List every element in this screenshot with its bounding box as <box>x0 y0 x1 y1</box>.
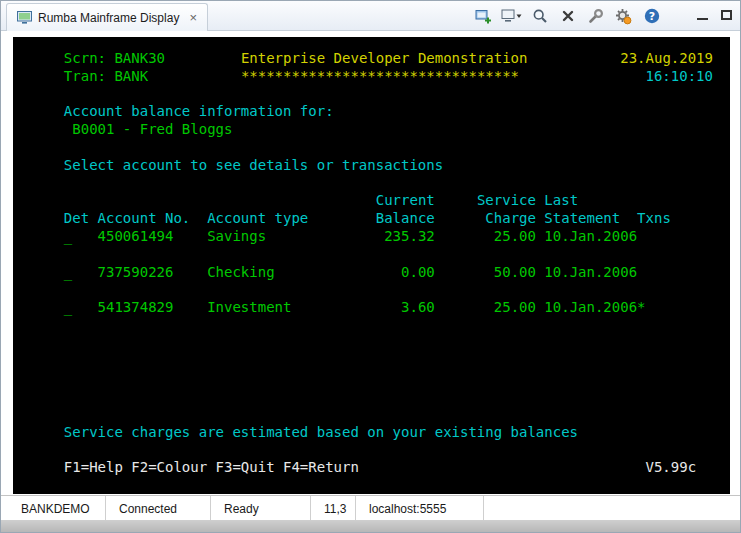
function-key-hints: F1=Help F2=Colour F3=Quit F4=Return <box>64 460 359 475</box>
account-select-field[interactable]: _ <box>64 300 72 315</box>
terminal-text: 10.Jan.2006 <box>544 265 637 280</box>
status-cursor-position: 11,3 <box>311 496 356 522</box>
terminal-text: 3.60 <box>401 300 435 315</box>
status-connection-state: Connected <box>106 496 211 522</box>
terminal-text: 541374829 <box>98 300 174 315</box>
terminal-text: Charge <box>485 211 536 226</box>
terminal-text: Scrn: BANK30 <box>64 51 165 66</box>
help-icon: ? <box>644 8 660 24</box>
tools-icon <box>588 8 604 24</box>
terminal-text: Txns <box>637 211 671 226</box>
terminal-text: 10.Jan.2006 <box>544 300 637 315</box>
terminal-text: Statement <box>544 211 620 226</box>
tools-button[interactable] <box>585 6 606 27</box>
terminal-text: Det <box>64 211 89 226</box>
terminal-text: 25.00 <box>494 300 536 315</box>
tab-title: Rumba Mainframe Display <box>38 11 179 25</box>
terminal-text: Enterprise Developer Demonstration <box>241 51 528 66</box>
window-bottom-edge <box>1 520 741 532</box>
terminal-text: 450061494 <box>98 229 174 244</box>
close-icon <box>561 9 575 23</box>
version-label: V5.99c <box>646 460 697 475</box>
terminal-text: ********************************* <box>241 69 519 84</box>
display-icon <box>17 11 32 24</box>
terminal-text: 235.32 <box>384 229 435 244</box>
status-ready-state: Ready <box>211 496 311 522</box>
svg-text:?: ? <box>648 10 654 23</box>
help-button[interactable]: ? <box>641 6 662 27</box>
terminal-text: Savings <box>207 229 266 244</box>
terminal-text: 25.00 <box>494 229 536 244</box>
tab-rumba-mainframe-display[interactable]: Rumba Mainframe Display × <box>6 3 208 31</box>
terminal-text: Service charges are estimated based on y… <box>64 425 578 440</box>
terminal-text: 737590226 <box>98 265 174 280</box>
terminal-text: Tran: BANK <box>64 69 148 84</box>
settings-icon <box>615 8 632 25</box>
terminal-text: 50.00 <box>494 265 536 280</box>
status-host-address: localhost:5555 <box>356 496 484 522</box>
find-screen-button[interactable] <box>529 6 550 27</box>
settings-button[interactable] <box>613 6 634 27</box>
titlebar: Rumba Mainframe Display × <box>1 1 740 31</box>
terminal-text: Current <box>376 193 435 208</box>
terminal-text: 10.Jan.2006 <box>544 229 637 244</box>
terminal-text: Account type <box>207 211 308 226</box>
view-controls <box>697 9 732 20</box>
terminal-text: Account balance information for: <box>64 104 334 119</box>
close-session-button[interactable] <box>557 6 578 27</box>
display-type-button[interactable] <box>501 6 522 27</box>
new-screen-icon <box>475 8 492 24</box>
tab-close-icon[interactable]: × <box>189 11 197 24</box>
account-select-field[interactable]: _ <box>64 229 72 244</box>
terminal-text: Investment <box>207 300 291 315</box>
account-select-field[interactable]: _ <box>64 265 72 280</box>
new-screen-button[interactable] <box>473 6 494 27</box>
search-icon <box>532 8 548 24</box>
terminal-text: Select account to see details or transac… <box>64 158 443 173</box>
terminal-text: 23.Aug.2019 <box>620 51 713 66</box>
terminal-text: Balance <box>376 211 435 226</box>
terminal-screen[interactable]: Scrn: BANK30Enterprise Developer Demonst… <box>13 37 730 494</box>
terminal-text: B0001 - Fred Bloggs <box>72 122 232 137</box>
txns-indicator: * <box>637 300 645 315</box>
status-bar: BANKDEMO Connected Ready 11,3 localhost:… <box>1 495 741 522</box>
terminal-text: Last <box>544 193 578 208</box>
terminal-text: 0.00 <box>401 265 435 280</box>
terminal-text: Checking <box>207 265 274 280</box>
status-session-name: BANKDEMO <box>1 496 106 522</box>
maximize-icon[interactable] <box>721 10 732 20</box>
display-dropdown-icon <box>501 8 522 24</box>
minimize-icon[interactable] <box>697 9 708 20</box>
terminal-text: 16:10:10 <box>646 69 713 84</box>
view-toolbar: ? <box>473 5 662 27</box>
terminal-text: Account No. <box>98 211 191 226</box>
terminal-text: Service <box>477 193 536 208</box>
